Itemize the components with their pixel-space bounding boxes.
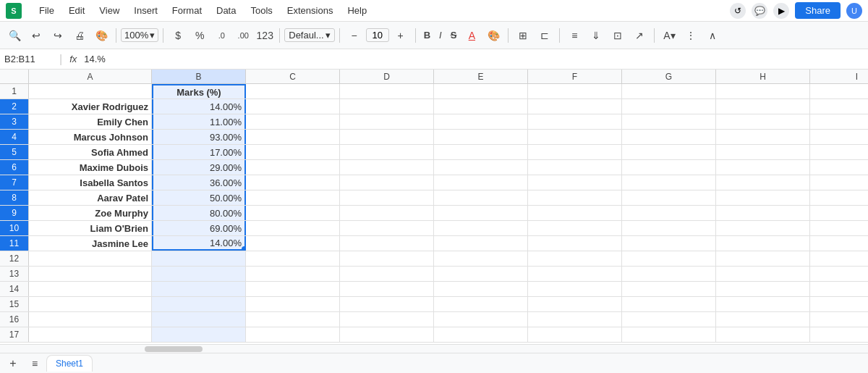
menu-file[interactable]: File <box>33 4 60 17</box>
cell-f4[interactable] <box>528 130 622 144</box>
cell-g1[interactable] <box>622 84 716 99</box>
cell-e5[interactable] <box>434 145 528 159</box>
cell-i1[interactable] <box>810 84 868 99</box>
print-button[interactable]: 🖨 <box>69 25 90 46</box>
cell-f7[interactable] <box>528 175 622 190</box>
cell-reference-input[interactable] <box>4 54 55 64</box>
cell-f5[interactable] <box>528 145 622 159</box>
cell-d9[interactable] <box>340 206 434 220</box>
cell-e3[interactable] <box>434 114 528 129</box>
cell-f16[interactable] <box>528 312 622 327</box>
cell-i10[interactable] <box>810 221 868 235</box>
cell-b3[interactable]: 11.00% <box>152 114 246 129</box>
menu-edit[interactable]: Edit <box>63 4 90 17</box>
col-header-f[interactable]: F <box>528 70 622 83</box>
bold-button[interactable]: B <box>420 28 434 42</box>
cell-a14[interactable] <box>29 282 152 296</box>
cell-g9[interactable] <box>622 206 716 220</box>
cell-g16[interactable] <box>622 312 716 327</box>
cell-c5[interactable] <box>246 145 340 159</box>
cell-e8[interactable] <box>434 190 528 205</box>
cell-h5[interactable] <box>716 145 810 159</box>
cell-g13[interactable] <box>622 267 716 281</box>
cell-i17[interactable] <box>810 327 868 342</box>
fill-handle[interactable] <box>242 246 246 251</box>
cell-f3[interactable] <box>528 114 622 129</box>
cell-a4[interactable]: Marcus Johnson <box>29 130 152 144</box>
col-header-g[interactable]: G <box>622 70 716 83</box>
cell-f6[interactable] <box>528 160 622 175</box>
cell-d12[interactable] <box>340 251 434 266</box>
cell-b7[interactable]: 36.00% <box>152 175 246 190</box>
cell-e16[interactable] <box>434 312 528 327</box>
cell-g6[interactable] <box>622 160 716 175</box>
cell-d5[interactable] <box>340 145 434 159</box>
add-sheet-button[interactable]: + <box>3 353 23 374</box>
cell-h10[interactable] <box>716 221 810 235</box>
search-button[interactable]: 🔍 <box>4 25 25 46</box>
cell-g2[interactable] <box>622 99 716 114</box>
cell-i8[interactable] <box>810 190 868 205</box>
cell-b14[interactable] <box>152 282 246 296</box>
cell-c11[interactable] <box>246 236 340 251</box>
col-header-c[interactable]: C <box>246 70 340 83</box>
cell-h6[interactable] <box>716 160 810 175</box>
cell-i2[interactable] <box>810 99 868 114</box>
cell-c4[interactable] <box>246 130 340 144</box>
cell-b17[interactable] <box>152 327 246 342</box>
decimal-dec-button[interactable]: .00 <box>233 25 253 46</box>
cell-i4[interactable] <box>810 130 868 144</box>
cell-i12[interactable] <box>810 251 868 266</box>
cell-e4[interactable] <box>434 130 528 144</box>
cell-g5[interactable] <box>622 145 716 159</box>
cell-h7[interactable] <box>716 175 810 190</box>
cell-e9[interactable] <box>434 206 528 220</box>
cell-g17[interactable] <box>622 327 716 342</box>
cell-d17[interactable] <box>340 327 434 342</box>
cell-b9[interactable]: 80.00% <box>152 206 246 220</box>
percent-button[interactable]: % <box>190 25 210 46</box>
cell-i16[interactable] <box>810 312 868 327</box>
col-header-b[interactable]: B <box>152 70 246 83</box>
cell-f13[interactable] <box>528 267 622 281</box>
cell-a12[interactable] <box>29 251 152 266</box>
collapse-toolbar-button[interactable]: ∧ <box>702 25 723 46</box>
menu-help[interactable]: Help <box>341 4 373 17</box>
cell-g4[interactable] <box>622 130 716 144</box>
cell-b12[interactable] <box>152 251 246 266</box>
cell-g10[interactable] <box>622 221 716 235</box>
cell-b4[interactable]: 93.00% <box>152 130 246 144</box>
menu-tools[interactable]: Tools <box>244 4 278 17</box>
font-size-minus[interactable]: − <box>344 25 365 46</box>
cell-h4[interactable] <box>716 130 810 144</box>
cell-c17[interactable] <box>246 327 340 342</box>
sheet-tab-1[interactable]: Sheet1 <box>46 355 93 372</box>
cell-a13[interactable] <box>29 267 152 281</box>
sheet-menu-button[interactable]: ≡ <box>25 353 45 374</box>
cell-h13[interactable] <box>716 267 810 281</box>
cell-a17[interactable] <box>29 327 152 342</box>
strikethrough-button[interactable]: S <box>447 28 461 42</box>
cell-b11[interactable]: 14.00% <box>152 236 246 251</box>
cell-a3[interactable]: Emily Chen <box>29 114 152 129</box>
cell-d1[interactable] <box>340 84 434 99</box>
cell-c12[interactable] <box>246 251 340 266</box>
share-button[interactable]: Share <box>795 2 841 19</box>
cell-a11[interactable]: Jasmine Lee <box>29 236 152 251</box>
more-button[interactable]: ⋮ <box>681 25 701 46</box>
align-v-button[interactable]: ⇓ <box>586 25 606 46</box>
cell-a1[interactable] <box>29 84 152 99</box>
cell-d6[interactable] <box>340 160 434 175</box>
cell-b2[interactable]: 14.00% <box>152 99 246 114</box>
cell-g12[interactable] <box>622 251 716 266</box>
cell-h11[interactable] <box>716 236 810 251</box>
currency-button[interactable]: $ <box>168 25 188 46</box>
cell-a9[interactable]: Zoe Murphy <box>29 206 152 220</box>
cell-a16[interactable] <box>29 312 152 327</box>
cell-e6[interactable] <box>434 160 528 175</box>
cell-f1[interactable] <box>528 84 622 99</box>
cell-a15[interactable] <box>29 297 152 311</box>
cell-a10[interactable]: Liam O'Brien <box>29 221 152 235</box>
col-header-a[interactable]: A <box>29 70 152 83</box>
cell-f10[interactable] <box>528 221 622 235</box>
